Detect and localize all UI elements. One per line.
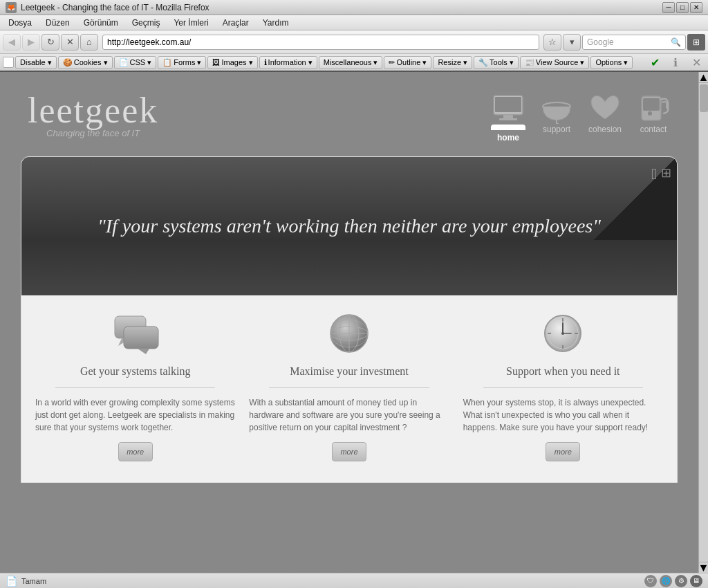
- scrollbar-track: [699, 113, 708, 562]
- view-source-button[interactable]: 📰View Source ▾: [520, 56, 590, 69]
- svg-point-9: [648, 111, 652, 116]
- address-bar[interactable]: http://leetgeek.com.au/: [102, 35, 539, 50]
- investment-more-button[interactable]: more: [332, 442, 366, 461]
- page-icon: 📄: [6, 576, 17, 587]
- forms-button[interactable]: 📋Forms ▾: [158, 56, 206, 69]
- menu-gorunum[interactable]: Görünüm: [78, 17, 124, 29]
- systems-more-button[interactable]: more: [118, 442, 153, 461]
- minimize-button[interactable]: ─: [662, 2, 675, 13]
- menu-dosya[interactable]: Dosya: [3, 17, 37, 29]
- tools-button[interactable]: 🔧Tools ▾: [474, 56, 519, 69]
- close-button[interactable]: ✕: [690, 2, 702, 13]
- nav-contact[interactable]: contact: [636, 94, 671, 134]
- site-nav: home support: [491, 86, 671, 143]
- settings-status-icon: ⚙: [675, 575, 687, 587]
- search-bar[interactable]: Google 🔍: [582, 35, 686, 50]
- hero-banner:  ⊞ "If your systems aren't working then…: [21, 157, 677, 295]
- scrollbar-down[interactable]: ▼: [699, 562, 708, 573]
- title-bar: 🦊 Leetgeek - Changing the face of IT - M…: [0, 0, 708, 15]
- status-right: 🛡 🌐 ⚙ 🖥: [644, 575, 702, 587]
- menu-yardim[interactable]: Yardım: [257, 17, 295, 29]
- scrollbar[interactable]: ▲ ▼: [698, 72, 708, 573]
- url-text: http://leetgeek.com.au/: [107, 37, 191, 47]
- support-col-icon: [535, 309, 590, 358]
- menu-duzen[interactable]: Düzen: [40, 17, 75, 29]
- error-icon: ✕: [687, 54, 705, 71]
- logo: leetgeek: [28, 90, 158, 131]
- col-divider-2: [269, 387, 429, 388]
- menu-yerimleri[interactable]: Yer İmleri: [168, 17, 214, 29]
- feature-columns: Get your systems talking In a world with…: [21, 295, 677, 482]
- toolbar: Disable ▾ 🍪Cookies ▾ 📄CSS ▾ 📋Forms ▾ 🖼Im…: [0, 54, 708, 72]
- svg-marker-13: [138, 349, 149, 354]
- nav-cohesion[interactable]: cohesion: [588, 94, 622, 134]
- tagline: Changing the face of IT: [28, 128, 158, 138]
- support-more-button[interactable]: more: [546, 442, 580, 461]
- search-dropdown-button[interactable]: ▾: [563, 34, 581, 50]
- reload-button[interactable]: ↻: [41, 34, 59, 50]
- options-button[interactable]: Options ▾: [590, 56, 633, 69]
- contact-icon: [636, 94, 671, 122]
- menu-gecmis[interactable]: Geçmiş: [127, 17, 166, 29]
- col-divider-1: [55, 387, 215, 388]
- svg-rect-12: [124, 327, 158, 349]
- forward-button[interactable]: ▶: [22, 34, 40, 50]
- back-button[interactable]: ◀: [3, 34, 21, 50]
- website-content: leetgeek Changing the face of IT: [0, 72, 698, 573]
- hero-quote: "If your systems aren't working then nei…: [63, 212, 635, 239]
- display-status-icon: 🖥: [690, 575, 702, 587]
- investment-icon: [322, 309, 377, 358]
- col-divider-3: [483, 387, 643, 388]
- svg-rect-3: [499, 118, 517, 120]
- stop-button[interactable]: ✕: [61, 34, 79, 50]
- column-investment: Maximise your investment With a substant…: [249, 309, 449, 461]
- systems-text: In a world with ever growing complexity …: [35, 396, 235, 434]
- maximize-button[interactable]: □: [676, 2, 689, 13]
- apple-icon: : [651, 165, 657, 183]
- svg-rect-2: [503, 115, 513, 118]
- cookies-button[interactable]: 🍪Cookies ▾: [58, 56, 113, 69]
- apps-icon[interactable]: ⊞: [687, 34, 705, 50]
- info-icon: ℹ: [667, 54, 684, 71]
- support-col-text: When your systems stop, it is always une…: [463, 396, 663, 434]
- nav-support-label: support: [543, 125, 570, 134]
- investment-text: With a substantial amount of money tied …: [249, 396, 449, 434]
- menu-bar: Dosya Düzen Görünüm Geçmiş Yer İmleri Ar…: [0, 15, 708, 30]
- disable-check[interactable]: [3, 57, 14, 68]
- window-controls[interactable]: ─ □ ✕: [662, 2, 702, 13]
- scrollbar-up[interactable]: ▲: [699, 72, 708, 83]
- site-header: leetgeek Changing the face of IT: [0, 72, 698, 156]
- column-support: Support when you need it When your syste…: [463, 309, 663, 461]
- systems-icon: [108, 309, 163, 358]
- cohesion-icon: [588, 94, 622, 122]
- window-title: Leetgeek - Changing the face of IT - Moz…: [21, 3, 209, 12]
- scrollbar-thumb[interactable]: [700, 84, 708, 112]
- nav-home[interactable]: home: [491, 86, 525, 143]
- css-button[interactable]: 📄CSS ▾: [114, 56, 157, 69]
- resize-button[interactable]: Resize ▾: [433, 56, 472, 69]
- outline-button[interactable]: ✏Outline ▾: [384, 56, 431, 69]
- nav-support[interactable]: support: [539, 94, 574, 134]
- logo-area: leetgeek Changing the face of IT: [28, 90, 158, 138]
- svg-point-28: [561, 332, 564, 335]
- browser-icon: 🦊: [6, 2, 17, 13]
- status-text: Tamam: [21, 577, 46, 585]
- menu-araclar[interactable]: Araçlar: [217, 17, 254, 29]
- nav-contact-label: contact: [640, 125, 667, 134]
- main-content:  ⊞ "If your systems aren't working then…: [21, 156, 678, 483]
- home-button[interactable]: ⌂: [80, 34, 98, 50]
- nav-home-label: home: [497, 133, 519, 143]
- shield-icon: 🛡: [644, 575, 657, 587]
- nav-cohesion-label: cohesion: [588, 125, 622, 134]
- information-button[interactable]: ℹInformation ▾: [259, 56, 317, 69]
- systems-title: Get your systems talking: [80, 365, 191, 379]
- bookmark-button[interactable]: ☆: [543, 34, 561, 50]
- svg-rect-1: [495, 97, 521, 112]
- disable-button[interactable]: Disable ▾: [15, 56, 57, 69]
- status-bar: 📄 Tamam 🛡 🌐 ⚙ 🖥: [0, 573, 708, 588]
- images-button[interactable]: 🖼Images ▾: [207, 56, 257, 69]
- search-placeholder: Google: [587, 37, 614, 47]
- miscellaneous-button[interactable]: Miscellaneous ▾: [319, 56, 383, 69]
- page-wrapper: leetgeek Changing the face of IT: [0, 72, 708, 573]
- search-icon[interactable]: 🔍: [671, 37, 681, 47]
